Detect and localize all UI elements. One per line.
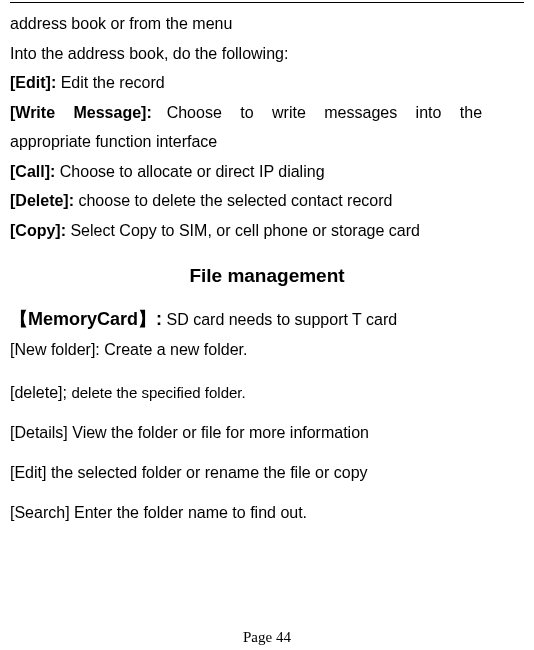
memorycard-row: 【MemoryCard】: SD card needs to support T… — [10, 305, 524, 334]
option-call-label: [Call]: — [10, 163, 55, 180]
section-title-file-management: File management — [10, 265, 524, 287]
memorycard-text: SD card needs to support T card — [162, 311, 397, 328]
fm-search: [Search] Enter the folder name to find o… — [10, 502, 524, 524]
memorycard-label: 【MemoryCard】: — [10, 309, 162, 329]
option-edit-label: [Edit]: — [10, 74, 56, 91]
page-number: Page 44 — [0, 629, 534, 646]
option-call-text: Choose to allocate or direct IP dialing — [55, 163, 324, 180]
fm-edit: [Edit] the selected folder or rename the… — [10, 462, 524, 484]
option-delete-text: choose to delete the selected contact re… — [74, 192, 392, 209]
option-copy: [Copy]: Select Copy to SIM, or cell phon… — [10, 216, 524, 246]
option-delete-label: [Delete]: — [10, 192, 74, 209]
option-edit-text: Edit the record — [56, 74, 165, 91]
fm-new-folder: [New folder]: Create a new folder. — [10, 336, 524, 364]
option-write-message-text-b: appropriate function interface — [10, 127, 524, 157]
intro-line-1: address book or from the menu — [10, 9, 524, 39]
fm-delete: [delete]; delete the specified folder. — [10, 382, 524, 404]
option-delete: [Delete]: choose to delete the selected … — [10, 186, 524, 216]
fm-delete-b: delete the specified folder. — [71, 384, 245, 401]
option-write-message: [Write Message]: Choose to write message… — [10, 98, 524, 128]
option-call: [Call]: Choose to allocate or direct IP … — [10, 157, 524, 187]
option-write-message-label: [Write Message]: — [10, 104, 152, 121]
option-copy-label: [Copy]: — [10, 222, 66, 239]
option-copy-text: Select Copy to SIM, or cell phone or sto… — [66, 222, 420, 239]
fm-details: [Details] View the folder or file for mo… — [10, 422, 524, 444]
document-page: address book or from the menu Into the a… — [0, 2, 534, 650]
top-rule — [10, 2, 524, 3]
option-edit: [Edit]: Edit the record — [10, 68, 524, 98]
fm-delete-a: [delete]; — [10, 384, 71, 401]
intro-line-2: Into the address book, do the following: — [10, 39, 524, 69]
option-write-message-text-a: Choose to write messages into the — [167, 104, 482, 121]
